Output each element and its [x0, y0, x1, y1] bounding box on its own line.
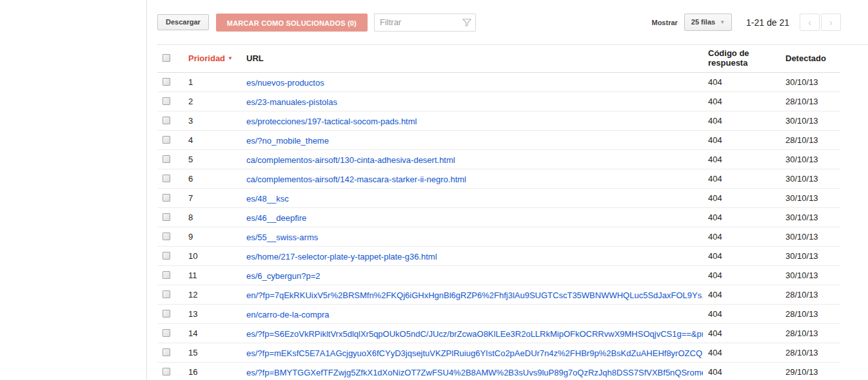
detected-date: 29/10/13	[780, 367, 840, 377]
priority-value: 8	[183, 213, 241, 222]
row-checkbox[interactable]	[163, 117, 170, 124]
row-checkbox-cell	[157, 135, 183, 146]
detected-date: 30/10/13	[780, 193, 840, 203]
response-code-value: 404	[703, 193, 780, 203]
url-link[interactable]: es/?no_mobile_theme	[246, 136, 329, 146]
url-cell: es/nuevos-productos	[241, 77, 703, 88]
download-button[interactable]: Descargar	[157, 14, 209, 30]
select-all-checkbox[interactable]	[163, 54, 170, 62]
row-checkbox[interactable]	[163, 252, 170, 260]
url-link[interactable]: es/46__deepfire	[246, 213, 306, 223]
url-cell: es/46__deepfire	[241, 212, 703, 223]
priority-value: 11	[183, 271, 241, 280]
url-cell: es/?no_mobile_theme	[241, 135, 703, 146]
row-checkbox[interactable]	[163, 78, 170, 86]
error-table: Prioridad▼ URL Código de respuesta Detec…	[157, 45, 840, 380]
url-link[interactable]: en/?fp=7qEkRKUixV5r%2BRSMfn%2FKQj6iGHxHg…	[246, 290, 703, 300]
priority-value: 12	[183, 290, 241, 299]
sort-desc-icon: ▼	[228, 55, 233, 61]
table-row: 13 en/carro-de-la-compra 404 28/10/13	[157, 305, 840, 324]
error-table-body: 1 es/nuevos-productos 404 30/10/13 2 es/…	[157, 73, 840, 380]
filter-input[interactable]	[374, 14, 476, 32]
row-checkbox-cell	[157, 328, 183, 339]
url-link[interactable]: es/6_cybergun?p=2	[246, 271, 321, 281]
url-link[interactable]: es/48__ksc	[246, 194, 289, 204]
rows-per-page-dropdown[interactable]: 25 filas▼	[684, 14, 732, 31]
response-code-value: 404	[703, 251, 780, 261]
detected-date: 30/10/13	[780, 213, 840, 222]
priority-value: 14	[183, 328, 241, 338]
detected-date: 28/10/13	[780, 135, 840, 145]
detected-date: 30/10/13	[780, 77, 840, 87]
table-row: 16 es/?fp=BMYTGGXefTFZwjg5ZfkX1dXoNizOT7…	[157, 363, 840, 380]
row-checkbox[interactable]	[163, 290, 170, 298]
table-row: 10 es/home/217-selector-plate-y-tappet-p…	[157, 247, 840, 266]
row-checkbox[interactable]	[163, 233, 170, 240]
url-link[interactable]: es/nuevos-productos	[246, 78, 324, 88]
priority-value: 1	[183, 77, 241, 87]
row-checkbox[interactable]	[163, 97, 170, 105]
table-row: 5 ca/complementos-airsoft/130-cinta-adhe…	[157, 150, 840, 169]
mark-solved-button[interactable]: MARCAR COMO SOLUCIONADOS (0)	[216, 14, 368, 32]
detected-date: 28/10/13	[780, 290, 840, 299]
detected-date: 30/10/13	[780, 174, 840, 184]
row-checkbox[interactable]	[163, 348, 170, 356]
response-code-value: 404	[703, 155, 780, 164]
url-cell: en/carro-de-la-compra	[241, 309, 703, 320]
table-row: 2 es/23-manuales-pistolas 404 28/10/13	[157, 92, 840, 111]
prev-page-button[interactable]: ‹	[800, 14, 820, 31]
response-code-value: 404	[703, 290, 780, 299]
url-link[interactable]: es/?fp=S6EzoVkRPikltVrx5dlqlXr5qpOUkO5nd…	[246, 329, 703, 339]
response-code-value: 404	[703, 97, 780, 106]
row-checkbox[interactable]	[163, 329, 170, 337]
url-link[interactable]: es/55__swiss-arms	[246, 233, 318, 242]
row-checkbox[interactable]	[163, 155, 170, 163]
next-page-button[interactable]: ›	[821, 14, 841, 31]
url-link[interactable]: es/home/217-selector-plate-y-tappet-plat…	[246, 252, 437, 261]
url-link[interactable]: en/carro-de-la-compra	[246, 310, 330, 319]
row-checkbox-cell	[157, 231, 183, 243]
table-row: 12 en/?fp=7qEkRKUixV5r%2BRSMfn%2FKQj6iGH…	[157, 285, 840, 305]
url-cell: es/?fp=mEKsfC5E7A1AGcjgyuoX6fCYyD3jqsejt…	[241, 347, 703, 359]
priority-value: 3	[183, 116, 241, 126]
show-label: Mostrar	[651, 19, 677, 26]
row-checkbox[interactable]	[163, 271, 170, 279]
row-checkbox[interactable]	[163, 136, 170, 144]
toolbar: Descargar MARCAR COMO SOLUCIONADOS (0) M…	[157, 0, 868, 45]
url-link[interactable]: es/protecciones/197-tactical-socom-pads.…	[246, 117, 417, 126]
table-row: 1 es/nuevos-productos 404 30/10/13	[157, 73, 840, 92]
detected-date: 30/10/13	[780, 232, 840, 242]
filter-field-wrap	[374, 14, 476, 32]
row-checkbox[interactable]	[163, 213, 170, 221]
chevron-down-icon: ▼	[720, 14, 725, 30]
row-checkbox[interactable]	[163, 368, 170, 375]
response-code-value: 404	[703, 116, 780, 126]
row-checkbox[interactable]	[163, 194, 170, 202]
url-link[interactable]: es/23-manuales-pistolas	[246, 97, 337, 107]
left-sidebar	[0, 0, 147, 380]
header-priority[interactable]: Prioridad▼	[183, 54, 241, 64]
table-row: 11 es/6_cybergun?p=2 404 30/10/13	[157, 266, 840, 285]
row-checkbox-cell	[157, 289, 183, 301]
priority-value: 6	[183, 174, 241, 184]
table-row: 9 es/55__swiss-arms 404 30/10/13	[157, 227, 840, 247]
url-link[interactable]: es/?fp=mEKsfC5E7A1AGcjgyuoX6fCYyD3jqsejt…	[246, 348, 703, 358]
url-cell: es/?fp=S6EzoVkRPikltVrx5dlqlXr5qpOUkO5nd…	[241, 328, 703, 339]
url-link[interactable]: ca/complementos-airsoft/130-cinta-adhesi…	[246, 155, 455, 165]
priority-value: 7	[183, 193, 241, 203]
response-code-value: 404	[703, 328, 780, 338]
detected-date: 30/10/13	[780, 116, 840, 126]
row-checkbox-cell	[157, 173, 183, 185]
response-code-value: 404	[703, 135, 780, 145]
url-cell: es/protecciones/197-tactical-socom-pads.…	[241, 115, 703, 127]
url-link[interactable]: es/?fp=BMYTGGXefTFZwjg5ZfkX1dXoNizOT7ZwF…	[246, 368, 703, 377]
response-code-value: 404	[703, 367, 780, 377]
url-cell: es/6_cybergun?p=2	[241, 270, 703, 281]
row-checkbox[interactable]	[163, 175, 170, 182]
row-checkbox-cell	[157, 96, 183, 108]
url-link[interactable]: ca/complementos-airsoft/142-mascara-star…	[246, 175, 466, 184]
row-checkbox[interactable]	[163, 310, 170, 318]
detected-date: 28/10/13	[780, 328, 840, 338]
header-response-code: Código de respuesta	[703, 49, 780, 68]
pagination-controls: ‹ ›	[798, 14, 841, 31]
